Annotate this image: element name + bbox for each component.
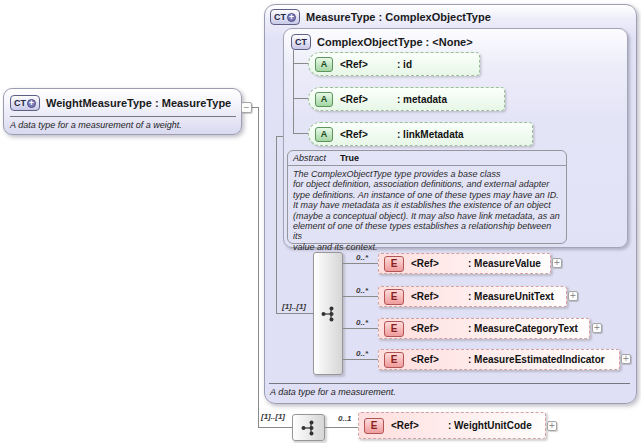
base-type-title: ComplexObjectType : <None> xyxy=(317,36,473,48)
connector-line xyxy=(276,136,283,137)
attribute-name: : metadata xyxy=(397,94,447,105)
xsd-diagram: CT + MeasureType : ComplexObjectType CT … xyxy=(0,0,641,443)
connector-line xyxy=(258,427,293,428)
connector-line xyxy=(343,263,378,264)
attribute-ref: <Ref> xyxy=(340,94,397,105)
expand-toggle[interactable]: + xyxy=(592,323,602,333)
element-badge: E xyxy=(384,289,404,305)
element-measureestimatedindicator[interactable]: E <Ref> : MeasureEstimatedIndicator xyxy=(378,349,620,370)
plus-circle-icon: + xyxy=(27,99,36,108)
base-type-documentation: The ComplexObjectType type provides a ba… xyxy=(288,166,566,255)
connector-line xyxy=(343,359,378,360)
attribute-ref: <Ref> xyxy=(340,129,397,140)
connector-line xyxy=(276,136,277,314)
connector-line xyxy=(276,313,313,314)
sequence-indicator[interactable] xyxy=(313,252,343,375)
connector-line xyxy=(343,328,378,329)
element-badge: E xyxy=(384,256,404,272)
connector-line xyxy=(293,98,309,99)
complextype-badge: CT + xyxy=(10,95,40,111)
expand-toggle[interactable]: + xyxy=(547,421,557,431)
abstract-label: Abstract xyxy=(293,153,326,163)
left-type-title: WeightMeasureType : MeasureType xyxy=(46,97,231,109)
attribute-badge: A xyxy=(315,127,333,142)
connector-line xyxy=(293,133,309,134)
documentation-panel: Abstract True The ComplexObjectType type… xyxy=(287,150,567,244)
element-cardinality: 0..* xyxy=(356,286,368,295)
element-ref: <Ref> xyxy=(391,420,448,431)
divider xyxy=(269,383,630,384)
element-ref: <Ref> xyxy=(411,258,468,269)
attribute-ref: <Ref> xyxy=(340,59,397,70)
expand-toggle[interactable]: + xyxy=(552,258,562,268)
sequence-icon xyxy=(301,419,316,437)
element-ref: <Ref> xyxy=(411,323,468,334)
element-measurevalue[interactable]: E <Ref> : MeasureValue xyxy=(378,253,551,274)
attribute-badge: A xyxy=(315,57,333,72)
element-badge: E xyxy=(384,321,404,337)
attribute-metadata[interactable]: A <Ref> : metadata xyxy=(308,87,505,111)
element-badge: E xyxy=(384,352,404,368)
attribute-name: : id xyxy=(397,59,412,70)
attribute-name: : linkMetadata xyxy=(397,129,464,140)
connector-line xyxy=(258,107,259,428)
attribute-linkmetadata[interactable]: A <Ref> : linkMetadata xyxy=(308,122,533,146)
left-type-annotation: A data type for a measurement of a weigh… xyxy=(10,120,182,130)
main-type-title: MeasureType : ComplexObjectType xyxy=(306,11,491,23)
sequence-indicator[interactable] xyxy=(292,414,325,441)
element-name: : MeasureUnitText xyxy=(468,291,554,302)
complextype-badge: CT xyxy=(291,34,311,50)
element-badge: E xyxy=(364,418,384,434)
element-cardinality: 0..* xyxy=(356,318,368,327)
element-name: : MeasureValue xyxy=(468,258,541,269)
attribute-id[interactable]: A <Ref> : id xyxy=(308,52,480,76)
connector-line xyxy=(293,63,309,64)
badge-label: CT xyxy=(14,98,26,108)
element-weightunitcode[interactable]: E <Ref> : WeightUnitCode xyxy=(358,412,546,439)
badge-label: CT xyxy=(295,37,307,47)
badge-label: CT xyxy=(274,12,286,22)
sequence-icon xyxy=(321,305,336,323)
element-cardinality: 0..* xyxy=(356,349,368,358)
weightmeasuretype-box[interactable]: CT + WeightMeasureType : MeasureType A d… xyxy=(3,88,242,135)
element-name: : WeightUnitCode xyxy=(448,420,532,431)
divider xyxy=(10,116,236,117)
element-measurecategorytext[interactable]: E <Ref> : MeasureCategoryText xyxy=(378,318,590,339)
element-measureunittext[interactable]: E <Ref> : MeasureUnitText xyxy=(378,286,567,307)
connector-line xyxy=(343,296,378,297)
main-type-annotation: A data type for a measurement. xyxy=(270,387,396,397)
sequence-cardinality: [1]..[1] xyxy=(282,302,306,311)
element-ref: <Ref> xyxy=(411,291,468,302)
complextype-badge: CT + xyxy=(270,9,300,25)
sequence-cardinality: [1]..[1] xyxy=(261,412,285,421)
plus-circle-icon: + xyxy=(287,13,296,22)
abstract-value: True xyxy=(340,153,359,163)
element-ref: <Ref> xyxy=(411,354,468,365)
element-name: : MeasureEstimatedIndicator xyxy=(468,354,605,365)
element-cardinality: 0..1 xyxy=(338,414,351,423)
connector-line xyxy=(325,427,358,428)
expand-toggle[interactable]: + xyxy=(621,354,631,364)
element-cardinality: 0..* xyxy=(356,253,368,262)
attribute-badge: A xyxy=(315,92,333,107)
expand-toggle[interactable]: + xyxy=(568,291,578,301)
element-name: : MeasureCategoryText xyxy=(468,323,578,334)
collapse-toggle[interactable]: − xyxy=(241,102,252,113)
